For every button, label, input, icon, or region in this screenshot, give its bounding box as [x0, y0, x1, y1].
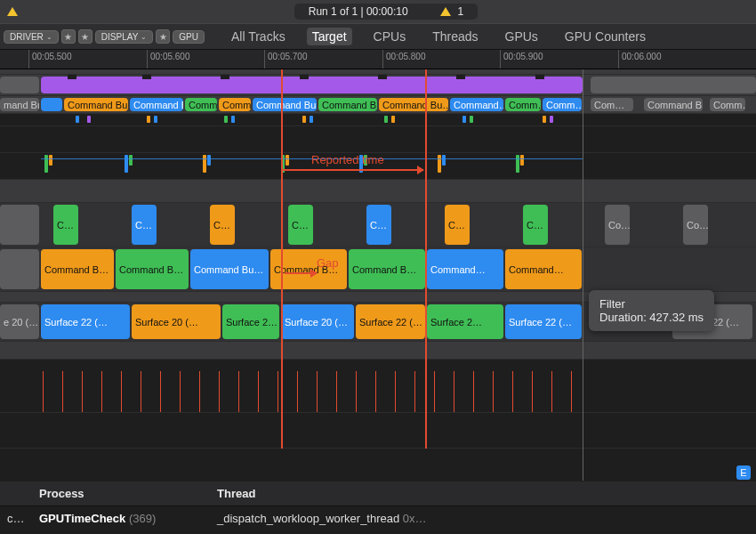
event-marker[interactable] — [520, 155, 524, 166]
timeline-block[interactable]: C… — [523, 205, 548, 245]
event-marker[interactable] — [129, 155, 133, 166]
frame-tick — [219, 371, 220, 412]
thread-addr: 0x… — [403, 512, 427, 525]
playhead-line — [583, 69, 583, 481]
timeline-block[interactable]: Command B… — [41, 249, 114, 289]
timeline-block[interactable] — [41, 77, 583, 93]
event-marker[interactable] — [231, 116, 235, 123]
timeline-block[interactable]: mand Bu… — [0, 98, 39, 111]
frame-tick — [493, 371, 494, 412]
event-marker[interactable] — [516, 155, 519, 173]
event-marker[interactable] — [384, 116, 388, 123]
timeline-block[interactable]: Co… — [683, 205, 708, 245]
timeline-block[interactable]: Command Bu… — [64, 98, 128, 111]
frame-tick — [375, 371, 376, 412]
event-marker[interactable] — [543, 116, 546, 123]
timeline-block[interactable]: C… — [445, 205, 470, 245]
filter-pill-driver[interactable]: DRIVER⌄ — [4, 30, 59, 44]
timeline-block[interactable] — [0, 77, 39, 93]
timeline-block[interactable]: Command… — [427, 249, 503, 289]
event-marker[interactable] — [442, 155, 446, 166]
frame-tick — [414, 371, 415, 412]
event-marker[interactable] — [76, 116, 79, 123]
timeline-block[interactable]: Comm… — [219, 98, 251, 111]
timeline-block[interactable]: C… — [288, 205, 313, 245]
frame-tick — [297, 371, 298, 412]
timeline-block[interactable]: Surface 20 (… — [281, 304, 354, 339]
event-marker[interactable] — [310, 116, 313, 123]
timeline-block[interactable]: Surface 2… — [427, 304, 503, 339]
favorite-toggle[interactable]: ★ — [78, 29, 92, 44]
badge-e[interactable]: E — [736, 465, 751, 480]
event-marker[interactable] — [224, 116, 228, 123]
frame-tick — [238, 371, 239, 412]
timeline-block[interactable]: C… — [132, 205, 157, 245]
event-marker[interactable] — [203, 155, 206, 173]
timeline-block[interactable] — [591, 77, 756, 93]
event-marker[interactable] — [438, 155, 441, 173]
filter-pill-display[interactable]: DISPLAY⌄ — [95, 30, 154, 44]
timeline-block[interactable]: Command Bu… — [379, 98, 448, 111]
frame-tick — [277, 371, 278, 412]
timeline-block[interactable]: C… — [210, 205, 235, 245]
detail-row[interactable]: c… GPUTimeCheck (369) _dispatch_workloop… — [0, 506, 756, 534]
timeline-block[interactable] — [0, 249, 39, 289]
timeline-block[interactable]: Command B… — [644, 98, 703, 111]
timeline-block[interactable]: Comm… — [505, 98, 541, 111]
timeline-block[interactable] — [0, 205, 39, 245]
track-pad — [0, 69, 756, 75]
event-marker[interactable] — [302, 116, 306, 123]
timeline-block[interactable]: Co… — [605, 205, 630, 245]
timeline-block[interactable]: Command B… — [318, 98, 377, 111]
event-marker[interactable] — [207, 155, 211, 166]
timeline-block[interactable]: Command B… — [349, 249, 425, 289]
col-thread[interactable]: Thread — [210, 487, 262, 500]
event-marker[interactable] — [87, 116, 91, 123]
filter-pill-gpu[interactable]: GPU — [173, 30, 205, 44]
timeline-block[interactable]: Comm… — [710, 98, 745, 111]
tab-gpu-counters[interactable]: GPU Counters — [559, 28, 651, 45]
timeline-block[interactable]: Com… — [591, 98, 633, 111]
favorite-toggle[interactable]: ★ — [156, 29, 170, 44]
event-marker[interactable] — [470, 116, 473, 123]
event-marker[interactable] — [154, 116, 157, 123]
timeline-block[interactable]: Surface 22 (… — [505, 304, 582, 339]
timeline-block[interactable]: Comm… — [543, 98, 582, 111]
run-status[interactable]: Run 1 of 1 | 00:00:10 1 — [294, 4, 479, 20]
event-marker[interactable] — [462, 116, 466, 123]
frame-tick — [101, 371, 102, 412]
timeline-block[interactable]: Command Bu… — [253, 98, 317, 111]
tab-cpus[interactable]: CPUs — [368, 28, 412, 45]
timeline-block[interactable] — [41, 98, 62, 111]
timeline-block[interactable]: Command B… — [116, 249, 189, 289]
event-marker[interactable] — [44, 155, 48, 173]
tab-threads[interactable]: Threads — [427, 28, 483, 45]
hover-tooltip: Filter Duration: 427.32 ms — [589, 290, 714, 331]
timeline-block[interactable]: Command… — [505, 249, 582, 289]
event-marker[interactable] — [147, 116, 150, 123]
timeline-block[interactable]: C… — [366, 205, 391, 245]
timeline-block[interactable]: Surface 22 (… — [356, 304, 425, 339]
timeline-block[interactable]: e 20 (… — [0, 304, 39, 339]
event-marker[interactable] — [286, 155, 289, 166]
tab-target[interactable]: Target — [307, 28, 352, 45]
event-marker[interactable] — [391, 116, 395, 123]
timeline-block[interactable]: C… — [53, 205, 78, 245]
timeline-block[interactable]: Surface 22 (… — [41, 304, 130, 339]
tab-all-tracks[interactable]: All Tracks — [226, 28, 291, 45]
timeline-block[interactable]: Command B… — [130, 98, 183, 111]
event-marker[interactable] — [125, 155, 128, 173]
thread-name: _dispatch_workloop_worker_thread — [217, 512, 399, 525]
timeline-block[interactable]: Comm… — [185, 98, 217, 111]
favorite-toggle[interactable]: ★ — [61, 29, 76, 44]
timeline-block[interactable]: Surface 2… — [222, 304, 279, 339]
timeline-ruler[interactable]: 00:05.50000:05.60000:05.70000:05.80000:0… — [0, 50, 756, 69]
timeline[interactable]: e 20 (…Surface 22 (…Surface 20 (…Surface… — [0, 69, 756, 481]
timeline-block[interactable]: Surface 20 (… — [132, 304, 221, 339]
event-marker[interactable] — [550, 116, 553, 123]
timeline-block[interactable]: Command… — [450, 98, 503, 111]
timeline-block[interactable]: Command Bu… — [190, 249, 269, 289]
tab-gpus[interactable]: GPUs — [500, 28, 543, 45]
event-marker[interactable] — [49, 155, 52, 166]
col-process[interactable]: Process — [32, 487, 210, 500]
